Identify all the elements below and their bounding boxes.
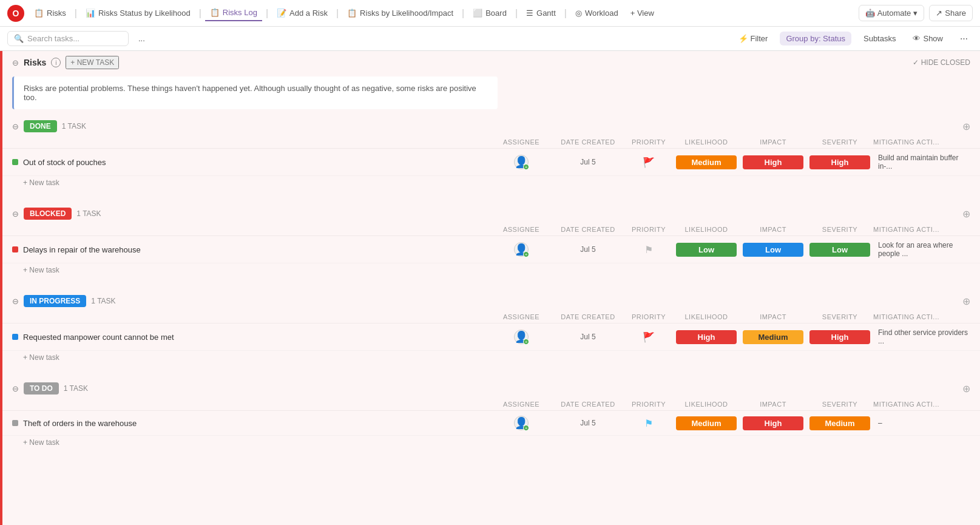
avatar: 👤 +: [514, 330, 529, 344]
main-content: ⊖ Risks i + NEW TASK ✓ HIDE CLOSED Risks…: [0, 51, 980, 525]
col-mitigating-label: MITIGATING ACTI...: [873, 313, 970, 320]
section-header-in-progress[interactable]: ⊖ IN PROGRESS 1 TASK ⊕: [2, 291, 980, 311]
priority-flag: ⚑: [644, 418, 653, 429]
likelihood-pill: Low: [676, 243, 737, 257]
filter-button[interactable]: ⚡ Filter: [734, 32, 773, 46]
nav-view[interactable]: + View: [626, 5, 659, 21]
nav-board[interactable]: ⬜ Board: [468, 5, 512, 21]
avatar: 👤 +: [514, 416, 529, 430]
nav-gantt[interactable]: ☰ Gantt: [521, 5, 561, 21]
nav-risks-status[interactable]: 📊 Risks Status by Likelihood: [81, 5, 195, 21]
automate-button[interactable]: 🤖 Automate ▾: [859, 5, 925, 21]
col-priority-label: PRIORITY: [624, 226, 673, 233]
subtasks-button[interactable]: Subtasks: [859, 32, 901, 46]
show-button[interactable]: 👁 Show: [908, 32, 948, 46]
nav-sep7: |: [564, 8, 567, 19]
avatar-add-icon[interactable]: +: [523, 164, 529, 170]
section-header-to-do[interactable]: ⊖ TO DO 1 TASK ⊕: [2, 379, 980, 398]
nav-add-risk[interactable]: 📝 Add a Risk: [272, 5, 333, 21]
left-accent-bar: [0, 51, 2, 525]
col-assignee-label: ASSIGNEE: [491, 138, 552, 146]
table-row[interactable]: Requested manpower count cannot be met 👤…: [2, 323, 980, 351]
col-severity-label: SEVERITY: [806, 313, 873, 320]
task-assignee: 👤 +: [491, 155, 552, 169]
add-icon: 📝: [277, 8, 286, 18]
col-mitigating-label: MITIGATING ACTI...: [873, 138, 970, 146]
search-input[interactable]: 🔍 Search tasks...: [7, 31, 129, 46]
table-row[interactable]: Theft of orders in the warehouse 👤 + Jul…: [2, 411, 980, 436]
task-priority: ⚑: [624, 418, 673, 429]
add-task-icon-blocked[interactable]: ⊕: [962, 208, 970, 220]
impact-cell: High: [740, 416, 806, 430]
new-task-row-in-progress[interactable]: + New task: [2, 351, 980, 364]
mitigating-text: –: [873, 419, 970, 427]
app-logo: O: [7, 5, 24, 22]
col-severity-label: SEVERITY: [806, 138, 873, 146]
toolbar-more-button[interactable]: ⋯: [955, 32, 973, 46]
impact-cell: Low: [740, 243, 806, 257]
likelihood-cell: Medium: [673, 155, 740, 169]
col-impact-label: IMPACT: [740, 226, 806, 233]
table-row[interactable]: Delays in repair of the warehouse 👤 + Ju…: [2, 236, 980, 263]
avatar: 👤 +: [514, 155, 529, 169]
table-row[interactable]: Out of stock of pouches 👤 + Jul 5 🚩 Medi…: [2, 149, 980, 176]
task-date: Jul 5: [552, 158, 624, 166]
section-to-do: ⊖ TO DO 1 TASK ⊕ ASSIGNEE DATE CREATED P…: [2, 379, 980, 459]
task-dot: [12, 159, 18, 165]
hide-closed-button[interactable]: ✓ HIDE CLOSED: [913, 58, 970, 67]
task-date: Jul 5: [552, 333, 624, 341]
section-toggle-blocked: ⊖: [12, 209, 19, 218]
task-date: Jul 5: [552, 245, 624, 254]
search-icon: 🔍: [14, 34, 24, 43]
new-task-button[interactable]: + NEW TASK: [66, 56, 119, 69]
chevron-down-icon: ▾: [913, 8, 917, 18]
task-assignee: 👤 +: [491, 242, 552, 257]
workload-icon: ◎: [575, 8, 582, 18]
add-task-icon-done[interactable]: ⊕: [962, 121, 970, 132]
col-headers-done: ASSIGNEE DATE CREATED PRIORITY LIKELIHOO…: [2, 136, 980, 149]
new-task-row-to-do[interactable]: + New task: [2, 436, 980, 449]
more-options-button[interactable]: ...: [133, 32, 150, 46]
col-impact-label: IMPACT: [740, 138, 806, 146]
severity-pill: High: [809, 155, 870, 169]
group-by-button[interactable]: Group by: Status: [780, 32, 851, 46]
col-date-label: DATE CREATED: [552, 138, 624, 146]
add-task-icon-to-do[interactable]: ⊕: [962, 383, 970, 395]
status-badge-to-do: TO DO: [24, 382, 59, 395]
nav-risks-likelihood[interactable]: 📋 Risks by Likelihood/Impact: [342, 5, 458, 21]
new-task-row-blocked[interactable]: + New task: [2, 263, 980, 277]
likelihood-cell: High: [673, 330, 740, 344]
priority-flag: 🚩: [643, 157, 655, 168]
share-button[interactable]: ↗ Share: [929, 5, 973, 21]
task-assignee: 👤 +: [491, 330, 552, 344]
avatar-add-icon[interactable]: +: [523, 425, 529, 431]
task-dot: [12, 420, 18, 426]
nav-risks[interactable]: 📋 Risks: [29, 5, 71, 21]
nav-workload[interactable]: ◎ Workload: [570, 5, 623, 21]
nav-risks-log[interactable]: 📋 Risks Log: [205, 5, 262, 21]
severity-cell: High: [806, 330, 873, 344]
toolbar: 🔍 Search tasks... ... ⚡ Filter Group by:…: [0, 27, 980, 51]
status-badge-blocked: BLOCKED: [24, 208, 72, 220]
col-assignee-label: ASSIGNEE: [491, 313, 552, 320]
add-task-icon-in-progress[interactable]: ⊕: [962, 296, 970, 307]
task-count-done: 1 TASK: [62, 122, 86, 130]
likelihood-cell: Low: [673, 243, 740, 257]
collapse-risks-icon[interactable]: ⊖: [12, 58, 19, 67]
section-header-blocked[interactable]: ⊖ BLOCKED 1 TASK ⊕: [2, 204, 980, 223]
avatar-add-icon[interactable]: +: [523, 251, 529, 257]
impact-pill: Medium: [743, 330, 803, 344]
likelihood-pill: Medium: [676, 155, 737, 169]
nav-sep2: |: [199, 8, 201, 19]
col-likelihood-label: LIKELIHOOD: [673, 138, 740, 146]
section-header-done[interactable]: ⊖ DONE 1 TASK ⊕: [2, 117, 980, 136]
col-impact-label: IMPACT: [740, 313, 806, 320]
share-icon: ↗: [936, 8, 942, 18]
info-icon[interactable]: i: [51, 58, 61, 67]
new-task-row-done[interactable]: + New task: [2, 176, 980, 189]
nav-sep5: |: [462, 8, 464, 19]
task-name: Requested manpower count cannot be met: [23, 333, 491, 342]
board-icon: ⬜: [473, 8, 482, 18]
gantt-icon: ☰: [526, 8, 533, 18]
avatar-add-icon[interactable]: +: [523, 339, 529, 345]
